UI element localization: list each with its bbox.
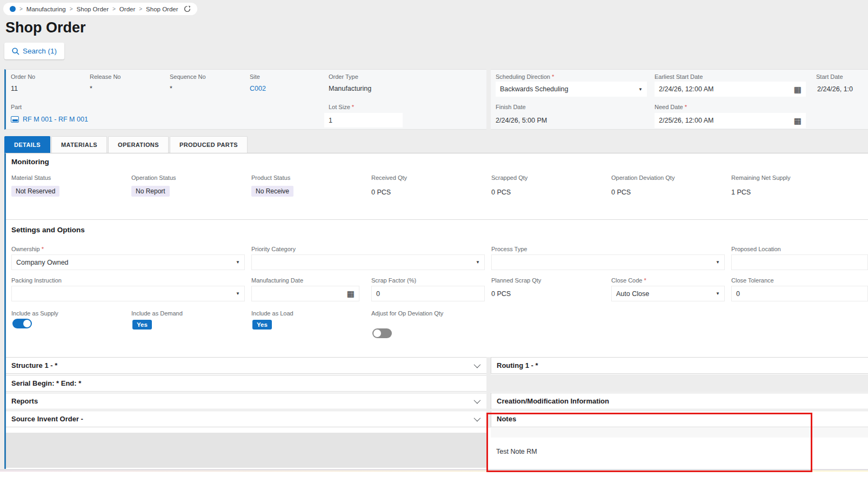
- section-reports-label: Reports: [11, 397, 38, 405]
- scheduling-direction-label: Scheduling Direction: [496, 73, 554, 80]
- start-date-label: Start Date: [816, 73, 843, 80]
- finish-date-value: 2/24/26, 5:00 PM: [496, 116, 547, 125]
- adjust-for-op-deviation-qty-label: Adjust for Op Deviation Qty: [371, 310, 443, 317]
- lot-size-label: Lot Size: [329, 103, 354, 111]
- chevron-down-icon[interactable]: [474, 397, 481, 404]
- site-label: Site: [250, 73, 260, 80]
- order-no-label: Order No: [11, 73, 35, 80]
- include-as-demand-badge: Yes: [132, 320, 152, 330]
- tab-operations[interactable]: OPERATIONS: [108, 136, 169, 153]
- close-tolerance-input[interactable]: 0: [731, 286, 868, 301]
- include-as-load-badge: Yes: [252, 320, 272, 330]
- close-code-dropdown[interactable]: Auto Close ▼: [611, 286, 725, 301]
- chevron-down-icon: ▼: [476, 260, 480, 265]
- remaining-net-supply-value: 1 PCS: [731, 186, 751, 197]
- include-as-supply-toggle[interactable]: [12, 319, 32, 328]
- packing-instruction-dropdown[interactable]: ▼: [11, 286, 245, 301]
- sequence-no-value: *: [170, 84, 172, 93]
- breadcrumb-separator-icon: >: [19, 6, 23, 12]
- right-column-empty-slot: [491, 374, 868, 392]
- finish-date-label: Finish Date: [496, 103, 526, 111]
- sequence-no-label: Sequence No: [170, 73, 206, 80]
- chevron-down-icon: ▼: [236, 291, 240, 296]
- proposed-location-input[interactable]: [731, 254, 868, 270]
- operation-deviation-qty-value: 0 PCS: [611, 186, 631, 197]
- close-tolerance-label: Close Tolerance: [731, 277, 774, 284]
- part-label: Part: [11, 103, 22, 111]
- chevron-down-icon: ▼: [236, 260, 240, 265]
- include-as-demand-label: Include as Demand: [131, 310, 183, 317]
- release-no-label: Release No: [90, 73, 121, 80]
- priority-category-dropdown[interactable]: ▼: [251, 254, 485, 270]
- section-notes[interactable]: Notes: [491, 411, 868, 427]
- refresh-icon[interactable]: [184, 5, 191, 12]
- need-date-input[interactable]: 2/25/26, 12:00 AM ▦: [655, 113, 806, 128]
- process-type-dropdown[interactable]: ▼: [491, 254, 725, 270]
- scrap-factor-input[interactable]: 0: [371, 286, 485, 301]
- need-date-label: Need Date: [655, 103, 687, 111]
- product-status-badge: No Receive: [251, 186, 293, 197]
- section-divider: [6, 219, 868, 220]
- monitoring-section-title: Monitoring: [11, 158, 49, 166]
- bottom-margin: [0, 472, 868, 484]
- packing-instruction-label: Packing Instruction: [11, 277, 62, 284]
- section-routing[interactable]: Routing 1 - *: [491, 357, 868, 374]
- home-dot-icon[interactable]: [10, 6, 16, 12]
- chevron-down-icon[interactable]: [474, 361, 481, 368]
- calendar-icon[interactable]: ▦: [794, 117, 802, 125]
- earliest-start-date-input[interactable]: 2/24/26, 12:00 AM ▦: [655, 82, 806, 97]
- close-code-label: Close Code: [611, 277, 646, 284]
- settings-section-title: Settings and Options: [11, 226, 85, 234]
- chevron-down-icon: ▼: [716, 291, 720, 296]
- priority-category-label: Priority Category: [251, 245, 296, 253]
- part-link[interactable]: RF M 001 - RF M 001: [23, 116, 88, 123]
- breadcrumb-item-order[interactable]: Order: [119, 6, 135, 12]
- proposed-location-label: Proposed Location: [731, 245, 781, 253]
- chevron-down-icon[interactable]: [474, 415, 481, 422]
- order-header-panel: Order No 11 Release No * Sequence No * S…: [4, 69, 486, 130]
- start-date-value: 2/24/26, 1:0: [817, 85, 853, 93]
- site-link[interactable]: C002: [250, 84, 266, 93]
- received-qty-value: 0 PCS: [371, 186, 391, 197]
- section-structure[interactable]: Structure 1 - *: [6, 357, 486, 374]
- scheduling-panel: Scheduling Direction Backwards Schedulin…: [491, 69, 868, 130]
- earliest-start-date-label: Earliest Start Date: [655, 73, 703, 80]
- scheduling-direction-dropdown[interactable]: Backwards Scheduling ▼: [496, 82, 647, 97]
- section-notes-label: Notes: [497, 415, 516, 423]
- tab-materials[interactable]: MATERIALS: [51, 136, 107, 153]
- search-button[interactable]: Search (1): [4, 43, 64, 59]
- breadcrumb-item-shop-order[interactable]: Shop Order: [77, 6, 109, 12]
- scrap-factor-label: Scrap Factor (%): [371, 277, 416, 284]
- lot-size-input[interactable]: 1: [324, 113, 403, 127]
- ownership-dropdown[interactable]: Company Owned ▼: [11, 254, 245, 270]
- section-reports[interactable]: Reports: [6, 393, 486, 409]
- calendar-icon[interactable]: ▦: [794, 85, 802, 93]
- section-routing-label: Routing 1 - *: [497, 361, 538, 369]
- section-source-invent-order-label: Source Invent Order -: [11, 415, 83, 423]
- remaining-net-supply-label: Remaining Net Supply: [731, 174, 851, 182]
- section-source-invent-order[interactable]: Source Invent Order -: [6, 411, 486, 427]
- process-type-label: Process Type: [491, 245, 527, 253]
- manufacturing-date-input[interactable]: ▦: [251, 286, 359, 301]
- scrapped-qty-label: Scrapped Qty: [491, 174, 611, 182]
- material-status-label: Material Status: [11, 174, 131, 182]
- section-creation-modification[interactable]: Creation/Modification Information: [491, 393, 868, 409]
- tab-produced-parts[interactable]: PRODUCED PARTS: [170, 136, 248, 153]
- received-qty-label: Received Qty: [371, 174, 491, 182]
- chevron-down-icon: ▼: [638, 87, 643, 92]
- breadcrumb-item-manufacturing[interactable]: Manufacturing: [26, 6, 66, 12]
- release-no-value: *: [90, 84, 92, 93]
- breadcrumb: > Manufacturing > Shop Order > Order > S…: [3, 3, 197, 15]
- section-serial[interactable]: Serial Begin: * End: *: [6, 375, 486, 392]
- adjust-for-op-deviation-qty-toggle[interactable]: [372, 328, 392, 338]
- planned-scrap-qty-value: 0 PCS: [491, 290, 511, 298]
- include-as-load-label: Include as Load: [251, 310, 293, 317]
- search-icon: [12, 48, 19, 55]
- calendar-icon[interactable]: ▦: [347, 290, 355, 298]
- breadcrumb-separator-icon: >: [139, 6, 142, 12]
- notes-content-area[interactable]: Test Note RM: [491, 428, 868, 469]
- tab-details[interactable]: DETAILS: [4, 136, 50, 153]
- breadcrumb-item-shop-order-2[interactable]: Shop Order: [146, 6, 178, 12]
- section-serial-label: Serial Begin: * End: *: [11, 379, 81, 387]
- operation-status-badge: No Report: [131, 186, 170, 197]
